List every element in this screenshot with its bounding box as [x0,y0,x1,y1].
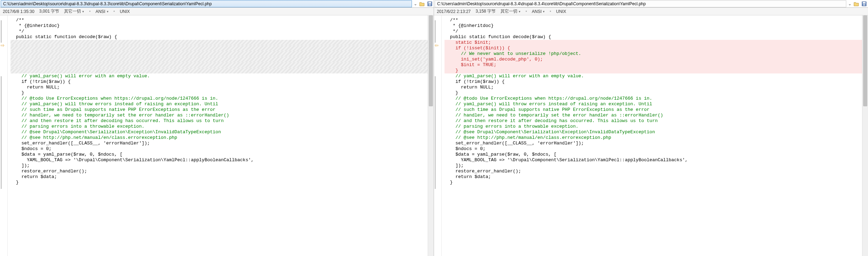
right-statbar: 2017/6/22 2:13:27 3,158 字节 其它一切 • ANSI •… [434,8,868,15]
right-code-area: ⇦ /** * {@inheritdoc} */ public static f… [434,15,868,256]
svg-rect-4 [863,2,866,3]
code-line: // @todo Use ErrorExceptions when https:… [11,96,428,101]
left-path-input[interactable]: C:\Users\admin\Desktop\source\drupal-8.3… [1,0,412,7]
save-button[interactable] [426,0,434,7]
code-line: // handler, we need to temporarily set t… [11,113,428,118]
code-line [11,45,428,51]
code-line: return NULL; [11,85,428,90]
code-line: if (!isset($init)) { [445,45,862,51]
encoding-dropdown[interactable]: ANSI [532,9,545,14]
code-line: set_error_handler([__CLASS__, 'errorHand… [11,141,428,146]
code-line: public static function decode($raw) { [11,34,428,40]
path-dropdown-icon[interactable]: ⌄ [413,1,418,6]
code-line: // such time as Drupal supports native P… [445,107,862,113]
code-line: // and then restore it after decoding ha… [11,118,428,124]
code-line: } [445,68,862,73]
code-line: if (!trim($raw)) { [445,79,862,85]
left-bytes: 3,001 字节 [39,8,59,14]
svg-rect-2 [429,4,431,6]
code-line: // yaml_parse() will throw errors instea… [445,101,862,107]
code-line: // @see http://php.net/manual/en/class.e… [11,135,428,141]
code-line: // handler, we need to temporarily set t… [445,113,862,118]
left-pathbar: C:\Users\admin\Desktop\source\drupal-8.3… [0,0,434,8]
code-line: public static function decode($raw) { [445,34,862,40]
misc-dropdown[interactable]: 其它一切 [64,8,84,14]
right-gutter: ⇦ [434,15,442,256]
save-button[interactable] [860,0,868,7]
diff-arrow-left-icon[interactable]: ⇦ [435,43,439,48]
code-line: return NULL; [445,85,862,90]
code-line: $ndocs = 0; [445,146,862,152]
code-line: ]); [445,163,862,169]
code-line: } [445,90,862,96]
code-line [11,51,428,57]
code-line: // @see http://php.net/manual/en/class.e… [445,135,862,141]
code-line [11,68,428,73]
code-line: ini_set('yaml.decode_php', 0); [445,57,862,62]
right-pane: C:\Users\admin\Desktop\source\drupal-8.3… [434,0,868,256]
code-line: // parsing errors into a throwable excep… [445,124,862,129]
code-line: /** [11,17,428,23]
encoding-dropdown[interactable]: ANSI [96,9,109,14]
left-code[interactable]: /** * {@inheritdoc} */ public static fun… [8,15,428,256]
code-line: // We never want to unserialize !php/obj… [445,51,862,57]
left-timestamp: 2017/6/8 1:35:30 [3,9,34,14]
code-line: $data = yaml_parse($raw, 0, $ndocs, [ [11,152,428,157]
code-line [11,57,428,62]
code-line: // @todo Use ErrorExceptions when https:… [445,96,862,101]
code-line: // @see Drupal\Component\Serialization\E… [11,129,428,135]
right-code[interactable]: /** * {@inheritdoc} */ public static fun… [442,15,862,256]
path-dropdown-icon[interactable]: ⌄ [847,1,853,6]
right-scrollbar[interactable] [862,15,868,256]
code-line: return $data; [445,174,862,180]
left-code-area: ⇨ /** * {@inheritdoc} */ public static f… [0,15,434,256]
code-line: YAML_BOOL_TAG => '\Drupal\Component\Seri… [445,157,862,163]
code-line: // and then restore it after decoding ha… [445,118,862,124]
right-bytes: 3,158 字节 [476,8,496,14]
code-line: */ [11,29,428,34]
code-line: // such time as Drupal supports native P… [11,107,428,113]
lineending-label: UNIX [556,9,566,14]
code-line: } [445,180,862,185]
misc-dropdown[interactable]: 其它一切 [501,8,521,14]
code-line: * {@inheritdoc} [11,23,428,29]
code-line [11,40,428,45]
code-line: restore_error_handler(); [445,169,862,174]
code-line: $data = yaml_parse($raw, 0, $ndocs, [ [445,152,862,157]
code-line: // yaml_parse() will error with an empty… [445,73,862,79]
code-line: restore_error_handler(); [11,169,428,174]
left-gutter: ⇨ [0,15,8,256]
code-line: YAML_BOOL_TAG => '\Drupal\Component\Seri… [11,157,428,163]
left-scrollbar[interactable] [428,15,434,256]
code-line: */ [445,29,862,34]
code-line: static $init; [445,40,862,45]
open-folder-button[interactable] [418,0,426,7]
open-folder-button[interactable] [853,0,860,7]
code-line: // yaml_parse() will error with an empty… [11,73,428,79]
code-line: return $data; [11,174,428,180]
right-pathbar: C:\Users\admin\Desktop\source\drupal-8.3… [434,0,868,8]
code-line: $ndocs = 0; [11,146,428,152]
svg-rect-1 [428,2,431,3]
diff-arrow-right-icon[interactable]: ⇨ [1,43,5,48]
code-line: // @see Drupal\Component\Serialization\E… [445,129,862,135]
code-line: /** [445,17,862,23]
lineending-label: UNIX [120,9,130,14]
code-line: ]); [11,163,428,169]
code-line: // parsing errors into a throwable excep… [11,124,428,129]
code-line: if (!trim($raw)) { [11,79,428,85]
code-line: // yaml_parse() will throw errors instea… [11,101,428,107]
code-line: $init = TRUE; [445,62,862,68]
code-line [11,62,428,68]
code-line: } [11,90,428,96]
right-timestamp: 2017/6/22 2:13:27 [437,9,471,14]
left-pane: C:\Users\admin\Desktop\source\drupal-8.3… [0,0,434,256]
left-statbar: 2017/6/8 1:35:30 3,001 字节 其它一切 • ANSI • … [0,8,434,15]
diff-viewer: C:\Users\admin\Desktop\source\drupal-8.3… [0,0,868,256]
code-line: set_error_handler([__CLASS__, 'errorHand… [445,141,862,146]
code-line: } [11,180,428,185]
right-path-input[interactable]: C:\Users\admin\Desktop\source\drupal-8.3… [435,0,846,7]
code-line: * {@inheritdoc} [445,23,862,29]
svg-rect-5 [863,4,865,6]
